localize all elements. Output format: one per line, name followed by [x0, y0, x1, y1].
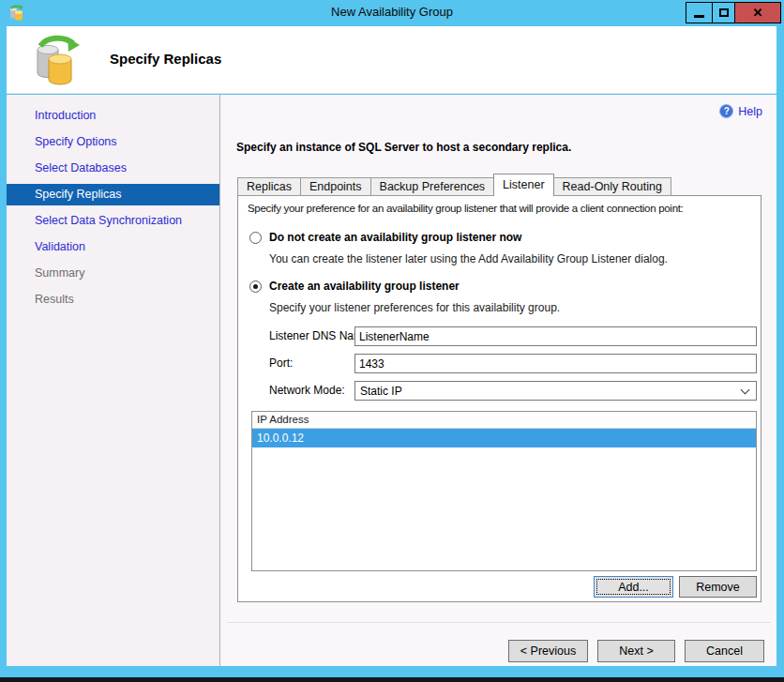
- sidebar-item-summary: Summary: [7, 260, 219, 286]
- remove-button[interactable]: Remove: [679, 576, 757, 598]
- help-icon: ?: [719, 104, 733, 118]
- dns-name-row: Listener DNS Name:: [269, 326, 757, 346]
- window-title: New Availability Group: [0, 5, 784, 19]
- ip-address-column-header: IP Address: [252, 412, 756, 429]
- port-label: Port:: [269, 356, 293, 370]
- add-button[interactable]: Add...: [594, 576, 673, 598]
- option-create-listener-detail: Specify your listener preferences for th…: [269, 301, 560, 314]
- database-sync-icon: [32, 34, 83, 86]
- tab-read-only-routing[interactable]: Read-Only Routing: [553, 177, 671, 196]
- cancel-button[interactable]: Cancel: [685, 640, 764, 662]
- next-button[interactable]: Next >: [597, 640, 675, 662]
- previous-button[interactable]: < Previous: [508, 640, 588, 662]
- close-icon: ✕: [753, 6, 763, 20]
- network-mode-row: Network Mode: Static IP: [269, 381, 757, 401]
- radio-checked-icon[interactable]: [249, 280, 262, 293]
- option-no-listener[interactable]: Do not create an availability group list…: [249, 231, 521, 244]
- footer-separator: [227, 622, 771, 623]
- main-panel: ? Help Specify an instance of SQL Server…: [220, 95, 776, 666]
- window-controls: ✕: [686, 2, 781, 23]
- maximize-button[interactable]: [712, 2, 735, 23]
- port-row: Port:: [269, 354, 757, 373]
- option-create-listener-label[interactable]: Create an availability group listener: [269, 280, 460, 293]
- option-create-listener[interactable]: Create an availability group listener: [249, 280, 460, 293]
- option-no-listener-detail: You can create the listener later using …: [269, 252, 668, 265]
- minimize-button[interactable]: [686, 2, 713, 23]
- window-bottom-edge: [0, 677, 784, 682]
- tab-backup-preferences[interactable]: Backup Preferences: [370, 177, 495, 196]
- help-link[interactable]: ? Help: [719, 104, 762, 118]
- listener-tab-page: Specify your preference for an availabil…: [237, 195, 761, 602]
- wizard-header: Specify Replicas: [7, 26, 776, 94]
- sidebar-item-validation[interactable]: Validation: [7, 234, 219, 260]
- titlebar: New Availability Group ✕: [0, 0, 784, 26]
- ip-address-list: IP Address 10.0.0.12: [251, 411, 757, 571]
- network-mode-value: Static IP: [360, 385, 402, 398]
- sidebar-item-select-databases[interactable]: Select Databases: [7, 155, 219, 181]
- sidebar-item-specify-replicas[interactable]: Specify Replicas: [7, 184, 219, 205]
- radio-unchecked-icon[interactable]: [249, 232, 262, 244]
- sidebar-item-results: Results: [7, 286, 219, 312]
- wizard-steps-nav: Introduction Specify Options Select Data…: [7, 102, 219, 312]
- option-no-listener-label[interactable]: Do not create an availability group list…: [269, 231, 521, 244]
- wizard-steps-sidebar: Introduction Specify Options Select Data…: [7, 95, 219, 666]
- network-mode-dropdown[interactable]: Static IP: [354, 381, 757, 401]
- page-title: Specify Replicas: [110, 51, 221, 67]
- tab-listener[interactable]: Listener: [493, 174, 553, 196]
- listener-description: Specify your preference for an availabil…: [248, 203, 684, 214]
- tab-strip: Replicas Endpoints Backup Preferences Li…: [237, 174, 671, 196]
- help-label: Help: [738, 105, 762, 118]
- maximize-icon: [719, 8, 729, 17]
- tab-replicas[interactable]: Replicas: [237, 177, 301, 196]
- ip-address-row[interactable]: 10.0.0.12: [252, 429, 756, 447]
- minimize-icon: [694, 15, 704, 18]
- dns-name-input[interactable]: [354, 326, 757, 346]
- tab-endpoints[interactable]: Endpoints: [300, 177, 371, 196]
- sidebar-item-select-data-synchronization[interactable]: Select Data Synchronization: [7, 207, 219, 234]
- chevron-down-icon: [741, 386, 750, 395]
- sidebar-item-introduction[interactable]: Introduction: [7, 102, 219, 129]
- sidebar-item-specify-options[interactable]: Specify Options: [7, 129, 219, 155]
- network-mode-label: Network Mode:: [269, 384, 345, 397]
- port-input[interactable]: [354, 354, 757, 373]
- close-button[interactable]: ✕: [734, 2, 781, 23]
- new-availability-group-dialog: New Availability Group ✕ Specify Replica…: [0, 0, 784, 682]
- instruction-text: Specify an instance of SQL Server to hos…: [236, 141, 571, 154]
